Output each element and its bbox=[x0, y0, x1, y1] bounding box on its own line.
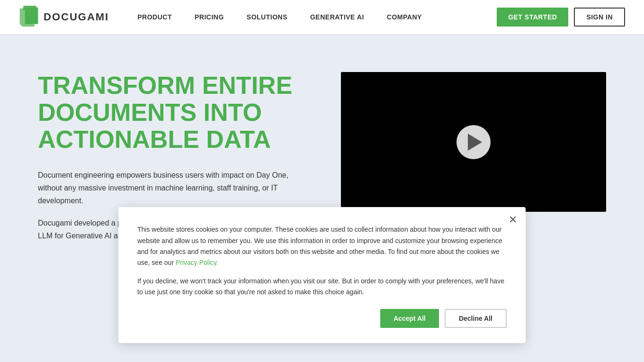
nav-link-generative-ai[interactable]: GENERATIVE AI bbox=[310, 13, 364, 21]
nav-link-company[interactable]: COMPANY bbox=[387, 13, 422, 21]
nav-link-solutions[interactable]: SOLUTIONS bbox=[247, 13, 287, 21]
sign-in-button[interactable]: SIGN IN bbox=[574, 8, 625, 27]
hero-right bbox=[341, 72, 606, 212]
play-button[interactable] bbox=[456, 125, 491, 159]
play-icon bbox=[468, 134, 482, 151]
hero-headline: TRANSFORM ENTIRE DOCUMENTS INTO ACTIONAB… bbox=[38, 72, 313, 154]
nav-link-pricing[interactable]: PRICING bbox=[195, 13, 224, 21]
hero-body-1: Document engineering empowers business u… bbox=[38, 169, 313, 208]
cookie-banner: ✕ This website stores cookies on your co… bbox=[118, 207, 526, 343]
logo-icon bbox=[19, 6, 39, 28]
decline-all-button[interactable]: Decline All bbox=[445, 309, 507, 328]
logo-text: DOCUGAMI bbox=[44, 11, 109, 23]
cookie-text-2: If you decline, we won't track your info… bbox=[137, 276, 507, 298]
svg-rect-3 bbox=[25, 8, 38, 24]
navbar: DOCUGAMI PRODUCT PRICING SOLUTIONS GENER… bbox=[0, 0, 644, 34]
privacy-policy-link[interactable]: Privacy Policy. bbox=[176, 259, 218, 266]
nav-links: PRODUCT PRICING SOLUTIONS GENERATIVE AI … bbox=[137, 13, 497, 21]
get-started-button[interactable]: GET STARTED bbox=[497, 8, 568, 27]
cookie-text-1: This website stores cookies on your comp… bbox=[137, 224, 507, 268]
video-player[interactable] bbox=[341, 72, 606, 212]
cookie-close-button[interactable]: ✕ bbox=[509, 215, 517, 225]
accept-all-button[interactable]: Accept All bbox=[380, 309, 439, 328]
nav-actions: GET STARTED SIGN IN bbox=[497, 8, 625, 27]
nav-link-product[interactable]: PRODUCT bbox=[137, 13, 172, 21]
logo[interactable]: DOCUGAMI bbox=[19, 6, 109, 28]
cookie-actions: Accept All Decline All bbox=[137, 309, 507, 328]
